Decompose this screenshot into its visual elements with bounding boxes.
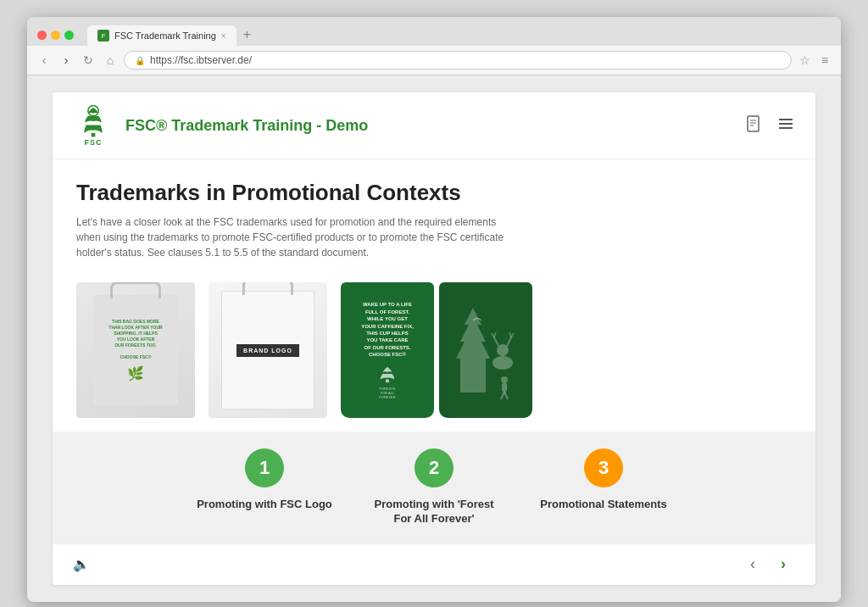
svg-line-22 [504, 392, 508, 399]
new-tab-button[interactable]: + [236, 24, 258, 46]
forward-button[interactable]: › [58, 52, 75, 69]
step-1-label: Promoting with FSC Logo [197, 498, 332, 512]
step-1-number: 1 [259, 457, 270, 479]
fsc-label-text: FSC [85, 138, 103, 147]
step-3-label: Promotional Statements [540, 498, 667, 512]
bag1-handle [110, 282, 161, 298]
images-section: THIS BAG DOES MORETHAN LOOK AFTER YOURSH… [53, 274, 815, 432]
cup2-silhouette-svg [452, 299, 520, 401]
browser-chrome: F FSC Trademark Training × + ‹ › ↻ ⌂ 🔒 h… [27, 17, 841, 602]
step-3-number: 3 [598, 457, 609, 479]
bag2-content: BRAND LOGO [221, 291, 314, 409]
refresh-button[interactable]: ↻ [80, 52, 97, 69]
fsc-logo-svg: ® [73, 104, 114, 138]
svg-rect-1 [92, 133, 96, 137]
cup2-shape [439, 282, 532, 418]
hero-description: Let's have a closer look at the FSC trad… [76, 214, 517, 260]
browser-content: ® FSC FSC® Trademark Training - Demo [27, 75, 841, 602]
page-card: ® FSC FSC® Trademark Training - Demo [53, 92, 815, 585]
step-1-circle: 1 [245, 448, 284, 487]
maximize-button[interactable] [64, 31, 74, 40]
tab-favicon: F [97, 30, 109, 42]
browser-window: F FSC Trademark Training × + ‹ › ↻ ⌂ 🔒 h… [0, 17, 868, 602]
active-tab[interactable]: F FSC Trademark Training × [87, 25, 236, 46]
ssl-lock-icon: 🔒 [135, 56, 145, 65]
cup1-logo: FORESTSFOR ALLFOREVER [376, 365, 399, 399]
hero-title: Trademarks in Promotional Contexts [76, 180, 792, 206]
step-3: 3 Promotional Statements [519, 448, 688, 512]
bag2-handle [242, 282, 293, 295]
steps-section: 1 Promoting with FSC Logo 2 Promoting wi… [53, 432, 815, 543]
prev-button[interactable]: ‹ [741, 553, 765, 576]
browser-toolbar: ‹ › ↻ ⌂ 🔒 https://fsc.ibtserver.de/ ☆ ≡ [27, 46, 841, 75]
step-2: 2 Promoting with 'Forest For All Forever… [349, 448, 519, 526]
toolbar-actions: ☆ ≡ [797, 53, 832, 68]
step-2-number: 2 [429, 457, 439, 479]
traffic-lights [37, 31, 74, 40]
address-bar[interactable]: 🔒 https://fsc.ibtserver.de/ [124, 51, 792, 70]
svg-point-11 [492, 356, 513, 370]
tab-close-button[interactable]: × [221, 31, 226, 41]
svg-line-14 [507, 337, 511, 346]
bag2-brand-logo: BRAND LOGO [236, 344, 299, 357]
fsc-logo: ® FSC [73, 104, 114, 147]
footer-nav: ‹ › [741, 553, 795, 576]
cup2 [439, 282, 532, 418]
bag1-content: THIS BAG DOES MORETHAN LOOK AFTER YOURSH… [93, 295, 178, 405]
svg-point-12 [497, 344, 509, 356]
step-2-circle: 2 [415, 448, 453, 487]
page-footer: 🔈 ‹ › [53, 543, 815, 585]
svg-line-21 [501, 392, 504, 399]
svg-line-13 [494, 337, 498, 346]
back-button[interactable]: ‹ [36, 52, 53, 69]
bag1-text: THIS BAG DOES MORETHAN LOOK AFTER YOURSH… [103, 319, 167, 360]
svg-line-16 [494, 332, 496, 337]
cups-section: WAKE UP TO A LIFEFULL OF FOREST.WHILE YO… [341, 282, 532, 418]
cup1-text: WAKE UP TO A LIFEFULL OF FOREST.WHILE YO… [361, 301, 414, 358]
audio-button[interactable]: 🔈 [73, 556, 90, 572]
bag1-image: THIS BAG DOES MORETHAN LOOK AFTER YOURSH… [76, 282, 195, 418]
bookmark-icon[interactable]: ☆ [797, 53, 812, 68]
svg-line-18 [509, 332, 511, 337]
cup1: WAKE UP TO A LIFEFULL OF FOREST.WHILE YO… [341, 282, 434, 418]
minimize-button[interactable] [51, 31, 60, 40]
home-button[interactable]: ⌂ [102, 52, 119, 69]
step-1: 1 Promoting with FSC Logo [180, 448, 349, 512]
svg-rect-3 [748, 116, 759, 131]
svg-rect-20 [502, 383, 507, 392]
document-icon[interactable] [744, 114, 763, 137]
svg-point-19 [501, 376, 508, 383]
app-title: FSC® Trademark Training - Demo [125, 117, 744, 135]
browser-titlebar: F FSC Trademark Training × + [27, 17, 841, 46]
hero-section: Trademarks in Promotional Contexts Let's… [53, 159, 815, 274]
bag1-figure: 🌿 [127, 365, 144, 381]
tab-bar: F FSC Trademark Training × + [87, 24, 258, 46]
hamburger-menu-icon[interactable] [776, 114, 795, 137]
svg-rect-10 [386, 379, 389, 382]
step-2-label: Promoting with 'Forest For All Forever' [366, 498, 502, 526]
close-button[interactable] [37, 31, 47, 40]
menu-dots-icon[interactable]: ≡ [817, 53, 832, 68]
next-button[interactable]: › [771, 553, 795, 576]
url-text: https://fsc.ibtserver.de/ [150, 54, 252, 66]
cup1-shape: WAKE UP TO A LIFEFULL OF FOREST.WHILE YO… [341, 282, 434, 418]
header-icons [744, 114, 795, 137]
page-header: ® FSC FSC® Trademark Training - Demo [53, 92, 815, 159]
bag2-image: BRAND LOGO [209, 282, 327, 418]
step-3-circle: 3 [584, 448, 623, 487]
tab-title: FSC Trademark Training [114, 31, 216, 41]
